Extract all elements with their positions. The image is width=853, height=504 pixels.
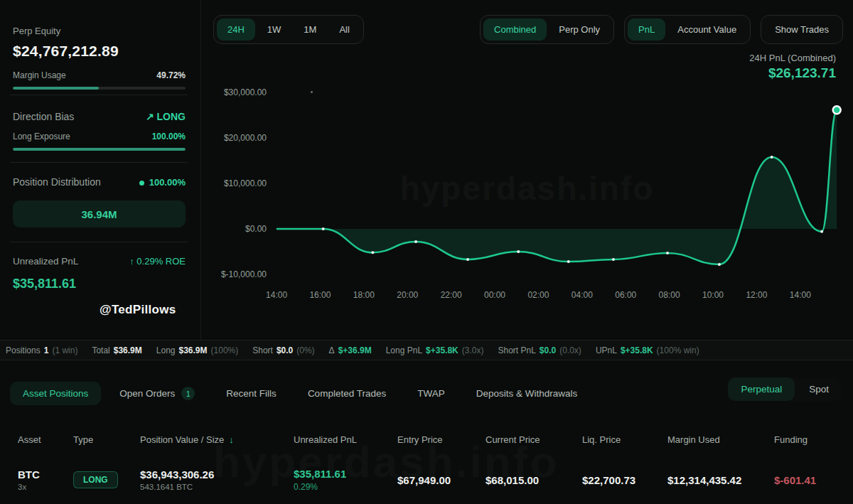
- chart-end-point: [833, 106, 841, 114]
- timeframe-1m[interactable]: 1M: [293, 18, 327, 41]
- scope-group: CombinedPerp Only: [480, 15, 614, 44]
- row-upnl-roe: 0.29%: [294, 482, 397, 492]
- perp-equity-card: Perp Equity $24,767,212.89 Margin Usage …: [13, 26, 186, 90]
- perp-equity-value: $24,767,212.89: [13, 43, 186, 60]
- section-divider: [10, 95, 188, 95]
- timeframe-1w[interactable]: 1W: [257, 18, 292, 41]
- col-header-liq-price[interactable]: Liq. Price: [582, 434, 667, 445]
- chart-data-point: [820, 230, 823, 233]
- show-trades-group: Show Trades: [761, 15, 843, 44]
- table-tabs: Asset PositionsOpen Orders1Recent FillsC…: [10, 380, 590, 407]
- stat-upnl: UPnL$+35.8K(100% win): [596, 345, 699, 355]
- chart-data-point: [771, 156, 773, 159]
- market-perpetual[interactable]: Perpetual: [728, 377, 795, 401]
- x-tick: 12:00: [746, 290, 767, 300]
- table-row[interactable]: BTC 3x LONG $36,943,306.26 543.1641 BTC …: [0, 461, 853, 499]
- pnl-header-value: $26,123.71: [768, 65, 836, 81]
- chart-data-point: [371, 251, 374, 254]
- chart-data-point: [414, 240, 417, 243]
- chart-data-point: [666, 252, 669, 254]
- col-header-asset[interactable]: Asset: [18, 434, 73, 445]
- asset-symbol: BTC: [18, 468, 73, 481]
- scope-combined[interactable]: Combined: [483, 18, 547, 41]
- section-divider: [10, 162, 188, 163]
- position-size: 543.1641 BTC: [140, 483, 294, 491]
- long-exposure-label: Long Exposure: [13, 132, 70, 141]
- unrealized-pnl-value: $35,811.61: [13, 277, 186, 291]
- position-distribution-card: Position Distribution 100.00% 36.94M: [13, 176, 186, 227]
- position-type-badge: LONG: [73, 471, 118, 488]
- positions-summary-bar: Positions1(1 win)Total$36.9MLong$36.9M(1…: [0, 340, 853, 360]
- x-tick: 00:00: [484, 290, 505, 300]
- green-dot-icon: [139, 181, 144, 186]
- author-handle: @TedPillows: [100, 303, 176, 317]
- scope-perp-only[interactable]: Perp Only: [548, 18, 611, 41]
- trend-up-icon: ↗: [146, 111, 154, 122]
- metric-account-value[interactable]: Account Value: [667, 18, 747, 41]
- positions-table: hyperdash.info AssetTypePosition Value /…: [0, 427, 853, 504]
- timeframe-toolbar: 24H1W1MAll: [213, 15, 364, 44]
- chart-data-point: [718, 263, 721, 266]
- funding-cell: $-601.41: [774, 474, 853, 486]
- x-tick: 16:00: [309, 290, 331, 300]
- pnl-header-label: 24H PnL (Combined): [749, 53, 836, 63]
- stat-long: Long$36.9M(100%): [156, 345, 238, 355]
- col-header-type[interactable]: Type: [73, 434, 140, 445]
- position-distribution-label: Position Distribution: [13, 176, 101, 188]
- col-header-margin-used[interactable]: Margin Used: [667, 434, 774, 445]
- long-exposure-bar: [13, 148, 186, 151]
- chart-data-point: [322, 227, 325, 230]
- tab-asset-positions[interactable]: Asset Positions: [10, 382, 101, 405]
- table-header-row: AssetTypePosition Value / Size↓Unrealize…: [0, 434, 853, 445]
- timeframe-all[interactable]: All: [328, 18, 360, 41]
- timeframe-24h[interactable]: 24H: [217, 18, 255, 41]
- margin-usage-value: 49.72%: [156, 70, 186, 80]
- tab-recent-fills[interactable]: Recent Fills: [213, 382, 289, 405]
- y-tick: $-10,000.00: [221, 269, 267, 279]
- market-toggle-group: PerpetualSpot: [728, 377, 842, 401]
- tab-badge: 1: [181, 387, 195, 400]
- hyperdash-dashboard: Perp Equity $24,767,212.89 Margin Usage …: [0, 0, 853, 504]
- tab-twap[interactable]: TWAP: [404, 382, 458, 405]
- chart-section: 24H1W1MAll CombinedPerp Only PnLAccount …: [201, 0, 853, 340]
- position-value-cell: $36,943,306.26 543.1641 BTC: [140, 468, 294, 491]
- x-tick: 02:00: [527, 290, 549, 300]
- col-header-unrealized-pnl[interactable]: Unrealized PnL: [294, 434, 397, 445]
- col-header-funding[interactable]: Funding: [774, 434, 853, 445]
- stats-sidebar: Perp Equity $24,767,212.89 Margin Usage …: [0, 0, 201, 340]
- tab-open-orders[interactable]: Open Orders1: [107, 380, 208, 407]
- unrealized-pnl-label: Unrealized PnL: [13, 256, 78, 267]
- x-tick: 18:00: [353, 290, 375, 300]
- margin-usage-label: Margin Usage: [13, 70, 66, 80]
- metric-pnl[interactable]: PnL: [628, 18, 665, 41]
- direction-bias-value: ↗ LONG: [146, 111, 186, 122]
- stat-long-pnl: Long PnL$+35.8K(3.0x): [386, 345, 484, 355]
- col-header-current-price[interactable]: Current Price: [485, 434, 582, 445]
- x-tick: 06:00: [615, 290, 636, 300]
- show-trades-button[interactable]: Show Trades: [764, 18, 839, 41]
- type-cell: LONG: [73, 471, 140, 488]
- stat-positions: Positions1(1 win): [6, 345, 77, 355]
- col-header-entry-price[interactable]: Entry Price: [397, 434, 485, 445]
- market-toggle: PerpetualSpot: [728, 377, 842, 401]
- row-upnl-value: $35,811.61: [294, 468, 397, 480]
- tab-deposits-withdrawals[interactable]: Deposits & Withdrawals: [463, 382, 591, 405]
- col-header-position-value-size[interactable]: Position Value / Size↓: [140, 434, 294, 445]
- section-divider: [10, 242, 188, 242]
- roe-value: ↑ 0.29% ROE: [129, 256, 186, 267]
- x-tick: 04:00: [572, 290, 593, 300]
- stat-short: Short$0.0(0%): [252, 345, 314, 355]
- timeframe-group: 24H1W1MAll: [213, 15, 364, 44]
- y-tick: $30,000.00: [224, 87, 267, 97]
- chart-toolbar: CombinedPerp Only PnLAccount Value Show …: [480, 15, 843, 44]
- y-tick: $20,000.00: [224, 133, 267, 143]
- chart-data-point: [466, 258, 469, 261]
- margin-used-cell: $12,314,435.42: [667, 474, 774, 486]
- metric-group: PnLAccount Value: [624, 15, 751, 44]
- pnl-chart-svg[interactable]: [274, 89, 849, 288]
- stat-total: Total$36.9M: [92, 345, 141, 355]
- unrealized-pnl-cell: $35,811.61 0.29%: [294, 468, 397, 492]
- distribution-block[interactable]: 36.94M: [13, 200, 186, 227]
- tab-completed-trades[interactable]: Completed Trades: [295, 382, 399, 405]
- market-spot[interactable]: Spot: [796, 377, 842, 401]
